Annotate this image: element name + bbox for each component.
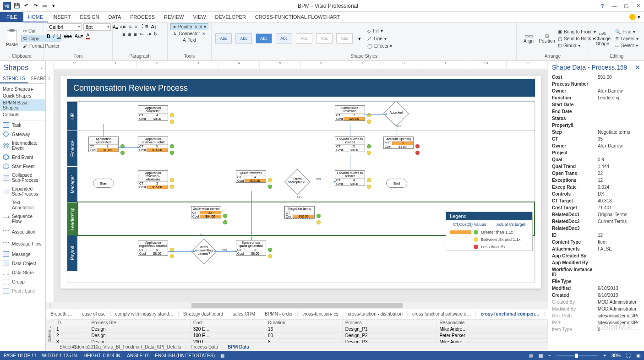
search-tab[interactable]: SEARCH [28, 75, 53, 83]
drawing-page[interactable]: Compensation Review Process HR Finance M… [60, 76, 541, 289]
indent-inc-icon[interactable]: ⇥ [147, 31, 151, 37]
page-tab[interactable]: ease of use [77, 311, 111, 316]
start-event[interactable]: Start [93, 179, 114, 188]
shape-message[interactable]: Message [0, 250, 45, 259]
stencil-callouts[interactable]: Callouts [0, 111, 45, 118]
layers-button[interactable]: ≣Layers ▾ [613, 36, 640, 42]
lane-payroll[interactable]: Payroll [67, 235, 77, 271]
align-bot-icon[interactable]: ≡ [135, 24, 137, 29]
style-swatch[interactable]: Abc [256, 33, 272, 44]
touch-icon[interactable]: ▭ [41, 3, 48, 9]
shape-data-row[interactable]: StepNegotiate terms [548, 129, 644, 136]
status-page[interactable]: PAGE 10 OF 11 [4, 353, 37, 358]
shape-data-row[interactable]: Excep Rate0.024 [548, 184, 644, 191]
status-language[interactable]: ENGLISH (UNITED STATES) [155, 353, 215, 358]
shape-data-row[interactable]: Qual0.9 [548, 156, 644, 163]
tab-crossfunctional[interactable]: CROSS-FUNCTIONAL FLOWCHART [251, 12, 344, 22]
lane-manager[interactable]: Manager [67, 166, 77, 202]
tab-home[interactable]: HOME [23, 12, 48, 22]
font-size-combo[interactable]: 8pt [83, 23, 111, 31]
shape-data-row[interactable]: Qual Trend1.444 [548, 163, 644, 170]
table-row[interactable]: 3Design200 E…8Design_P3Mike Andre… [54, 339, 548, 343]
box-app-completed[interactable]: Application completed CT4 Cost$8.00 [138, 105, 168, 121]
page-tab[interactable]: Strategy dashboard [179, 311, 228, 316]
tab-file[interactable]: FILE [0, 12, 23, 22]
paste-button[interactable]: Paste [3, 29, 21, 48]
lane-finance[interactable]: Finance [67, 131, 77, 166]
shape-data-row[interactable]: Content TypeItem [548, 239, 644, 245]
shape-data-row[interactable]: Process Number [548, 81, 644, 87]
italic-button[interactable]: I [53, 33, 55, 39]
indent-dec-icon[interactable]: ⇤ [140, 31, 144, 37]
shape-data-row[interactable]: Created ByMOD Administrator [548, 299, 644, 305]
tab-developer[interactable]: DEVELOPER [211, 12, 251, 22]
shape-data-row[interactable]: App Modified By [548, 259, 644, 266]
shape-data-row[interactable]: Open Trans22 [548, 170, 644, 177]
shape-data-row[interactable]: Status [548, 115, 644, 122]
dg-tab[interactable]: BPM Data [223, 344, 254, 349]
shape-collapsed-sub[interactable]: Collapsed Sub-Process [0, 171, 45, 185]
box-fwd-insured[interactable]: Forward quotes to insured CT5 Cost$8.00 [335, 136, 365, 152]
end-event[interactable]: End [386, 179, 407, 188]
dg-tab[interactable]: Process Data [186, 344, 223, 349]
box-acct-open[interactable]: Account Opening CT8 Cost$4.00 [383, 136, 414, 149]
lane-hr[interactable]: HR [67, 102, 77, 131]
view-mode-icon[interactable]: ▦ [539, 353, 543, 358]
page-tab[interactable]: comply with industry stand… [111, 311, 179, 316]
box-quote-reviewed[interactable]: Quote reviewed CT4 Cost$13.50 [236, 170, 266, 183]
shape-data-row[interactable]: CT Target40.318 [548, 197, 644, 204]
zoom-level[interactable]: 80% [611, 353, 621, 358]
table-row[interactable]: 2Design100 E…80Design_P2Peter Parker [54, 333, 548, 339]
legend[interactable]: Legend CT,Cost($) ValuesActual Vs target… [446, 212, 533, 251]
tab-review[interactable]: REVIEW [159, 12, 188, 22]
shape-data-object[interactable]: Data Object [0, 259, 45, 268]
text-dir-icon[interactable]: A↕ [151, 24, 157, 29]
shape-association[interactable]: Association [0, 226, 45, 238]
tab-view[interactable]: VIEW [188, 12, 210, 22]
underline-button[interactable]: U [57, 33, 61, 39]
more-shapes[interactable]: More Shapes ▸ [0, 86, 45, 93]
effects-button[interactable]: ◯Effects ▾ [366, 43, 394, 49]
shape-data-row[interactable]: File Type [548, 278, 644, 285]
change-shape-button[interactable]: ▭↻Change Shape [592, 30, 613, 47]
zoom-slider[interactable] [557, 355, 598, 356]
shape-data-row[interactable]: End Date [548, 108, 644, 115]
align-top-icon[interactable]: ≡ [123, 24, 126, 29]
shape-data-row[interactable]: App Created By [548, 252, 644, 259]
style-swatch[interactable]: Abc [235, 33, 252, 44]
case-button[interactable]: Aa▾ [75, 33, 83, 39]
dg-tab[interactable]: Sheet4$demo2010a_Visio_BI_Foodmart_Data_… [55, 344, 186, 349]
undo-icon[interactable]: ↶ [23, 3, 29, 9]
shape-group[interactable]: Group [0, 277, 45, 286]
shape-data-row[interactable]: ID12 [548, 232, 644, 239]
shape-data-row[interactable]: ControlsDX [548, 191, 644, 197]
connector-tool-button[interactable]: ↳Connector✕ [171, 31, 207, 37]
page-tab[interactable]: cross-function - distribution [343, 311, 408, 316]
shape-data-row[interactable]: Workflow Instance ID [548, 266, 644, 278]
style-swatch[interactable]: Abc [296, 33, 312, 44]
box-sync-quote[interactable]: Synchronous quote generated CT2 Cost$8.0… [236, 240, 266, 256]
box-app-registered[interactable]: Application registered / cleared CT5 Cos… [138, 240, 168, 256]
shape-data-row[interactable]: Project [548, 149, 644, 156]
zoom-in-icon[interactable]: + [603, 353, 606, 358]
position-button[interactable]: ⊞Position [538, 33, 556, 44]
shape-data-row[interactable]: Created6/10/2013 [548, 292, 644, 299]
box-app-rev-retail[interactable]: Application reviewed - retail CT5 Cost$1… [138, 136, 168, 152]
close-icon[interactable]: ✕ [632, 0, 644, 12]
lane-leadership[interactable]: Leadership [67, 202, 77, 235]
shape-seq-flow[interactable]: Sequence Flow [0, 212, 45, 226]
shape-pool[interactable]: Pool / Lane [0, 286, 45, 295]
page-tab[interactable]: M… [545, 311, 548, 316]
style-swatch[interactable]: Abc [336, 33, 353, 44]
shape-text-ann[interactable]: Text Annotation [0, 198, 45, 212]
shape-data-row[interactable]: OwnerAlex Darrow [548, 87, 644, 94]
fill-button[interactable]: ◇Fill ▾ [366, 28, 394, 34]
tab-data[interactable]: DATA [104, 12, 126, 22]
bold-button[interactable]: B [47, 33, 50, 39]
align-left-icon[interactable]: ≡ [122, 32, 125, 37]
style-swatch[interactable]: Abc [215, 33, 232, 44]
page-tab[interactable]: cross functional compen… [476, 311, 544, 316]
box-app-generated[interactable]: Application generated CT3 Cost$8.00 [88, 136, 119, 152]
stencil-bpmn[interactable]: BPMN Basic Shapes [0, 99, 45, 111]
fit-page-icon[interactable]: ⛶ [626, 353, 631, 358]
